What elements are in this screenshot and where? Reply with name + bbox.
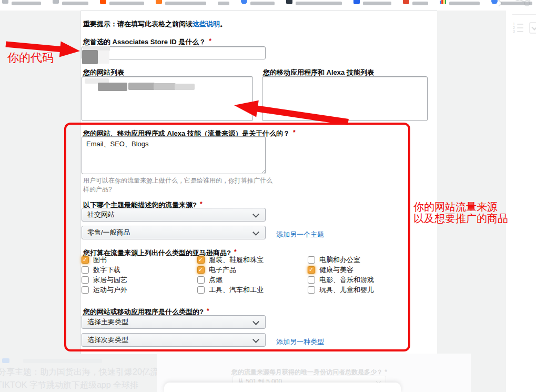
- add-topic-link[interactable]: 添加另一个主题: [276, 230, 324, 239]
- site-type-primary-select[interactable]: 选择主要类型: [82, 315, 266, 329]
- bookmark-item[interactable]: [241, 0, 275, 5]
- faded-background-text: 分享主题：助力国货出海，快速引爆20亿流量！: [0, 367, 176, 378]
- product-checkbox-item: 电影、音乐和游戏: [308, 276, 374, 284]
- product-checkbox-item: 健康与美容: [308, 266, 374, 274]
- checkbox[interactable]: [82, 256, 89, 264]
- page: 1 2 3 重要提示：请在填写此表格之前阅读这些说明。 您首选的 Associa…: [0, 0, 536, 392]
- redacted-blob: [98, 83, 127, 91]
- products-column-2: 服装、鞋履和珠宝 电子产品 点燃 工具、汽车和工业: [197, 256, 264, 294]
- checkbox[interactable]: [197, 276, 205, 284]
- product-checkbox-item: 家居与园艺: [82, 276, 127, 284]
- redacted-blob: [98, 51, 109, 64]
- bookmark-favicon-icon: [440, 0, 446, 4]
- notice-suffix: 。: [220, 20, 227, 28]
- checkbox[interactable]: [197, 256, 205, 264]
- mobile-list-textarea[interactable]: [262, 76, 428, 121]
- bookmark-favicon-icon: [353, 0, 360, 4]
- product-checkbox-item: 点燃: [197, 276, 264, 284]
- chevron-down-icon: [252, 211, 259, 218]
- bookmark-label-blur: [296, 2, 342, 5]
- redacted-blob: [128, 83, 155, 90]
- product-checkbox-item: 电脑和办公室: [308, 256, 374, 264]
- site-type-secondary-select[interactable]: 选择次要类型: [82, 333, 266, 347]
- browser-bookmarks-bar: [0, 0, 536, 11]
- faded-icon-fragment: [2, 358, 9, 363]
- chevron-down-icon: [252, 336, 259, 343]
- bookmark-favicon-icon: [156, 0, 162, 4]
- bookmark-label-blur: [363, 2, 391, 5]
- bookmark-item[interactable]: [218, 0, 229, 5]
- bookmark-favicon-icon: [403, 0, 409, 4]
- products-column-1: 图书 数字下载 家居与园艺 运动与户外: [82, 256, 127, 294]
- product-checkbox-item: 运动与户外: [82, 286, 127, 294]
- bookmark-label-blur: [218, 2, 229, 5]
- product-checkbox-item: 图书: [82, 256, 127, 264]
- required-asterisk: *: [207, 307, 209, 315]
- checkbox[interactable]: [82, 286, 89, 294]
- bookmark-label-blur: [165, 2, 206, 5]
- bookmark-label-blur: [12, 2, 41, 5]
- chevron-down-icon: [252, 229, 259, 236]
- checkbox[interactable]: [197, 266, 205, 274]
- chevron-down-icon: [252, 318, 259, 325]
- required-asterisk: *: [293, 129, 296, 136]
- bookmark-label-blur: [62, 2, 88, 5]
- checkbox[interactable]: [308, 276, 315, 284]
- bookmark-item[interactable]: [156, 0, 206, 5]
- bookmark-label-blur: [449, 2, 480, 5]
- required-asterisk: *: [209, 37, 211, 45]
- bookmark-item[interactable]: [2, 0, 41, 5]
- checkbox[interactable]: [308, 266, 315, 274]
- product-checkbox-item: 工具、汽车和工业: [197, 286, 264, 294]
- important-notice: 重要提示：请在填写此表格之前阅读这些说明。: [83, 19, 227, 29]
- bookmark-item[interactable]: [353, 0, 391, 5]
- bookmark-item[interactable]: [53, 0, 88, 5]
- product-checkbox-item: 服装、鞋履和珠宝: [197, 256, 264, 264]
- bookmark-favicon-icon: [53, 0, 59, 4]
- bottom-card: [164, 383, 401, 392]
- product-checkbox-item: 数字下载: [82, 266, 127, 274]
- bookmark-item[interactable]: [440, 0, 480, 5]
- checkbox-dropdown-icon[interactable]: [529, 22, 536, 34]
- checkbox[interactable]: [82, 266, 89, 274]
- side-toolbar: 1 2 3: [506, 11, 536, 392]
- numbered-list-icon[interactable]: 1 2 3: [513, 22, 523, 33]
- topic-primary-select[interactable]: 社交网站: [82, 208, 266, 222]
- checkbox[interactable]: [82, 276, 89, 284]
- redacted-blob: [154, 83, 176, 90]
- toolbar-divider: [512, 14, 536, 15]
- instructions-link[interactable]: 这些说明: [193, 20, 220, 28]
- bookmark-item[interactable]: [403, 0, 428, 5]
- annotation-your-code: 你的代码: [7, 52, 54, 64]
- bookmark-favicon-icon: [100, 0, 106, 4]
- topic-secondary-select[interactable]: 零售/一般商品: [82, 226, 266, 239]
- products-column-3: 电脑和办公室 健康与美容 电影、音乐和游戏 玩具、儿童和婴儿: [308, 256, 374, 294]
- bookmark-label-blur: [412, 2, 428, 5]
- product-checkbox-item: 电子产品: [197, 266, 264, 274]
- red-arrow-annotation: [3, 39, 83, 61]
- bookmark-label-blur: [250, 2, 275, 5]
- product-checkbox-item: 玩具、儿童和婴儿: [308, 286, 374, 294]
- add-type-link[interactable]: 添加另一种类型: [276, 337, 324, 347]
- required-asterisk: *: [200, 200, 203, 208]
- redacted-blob: [175, 84, 195, 90]
- notice-text: 重要提示：请在填写此表格之前阅读: [83, 20, 193, 28]
- bookmark-item[interactable]: [286, 0, 342, 5]
- about-helper-text: 用户可以在你的流量来源上做什么，它是给谁用的，你打算推广什么样的产品?: [83, 176, 274, 194]
- bookmark-favicon-icon: [2, 0, 8, 4]
- checkbox[interactable]: [197, 286, 205, 294]
- bookmark-favicon-icon: [241, 0, 247, 4]
- faded-background-text: TIKTOK 字节跳动旗下超级app 全球排: [0, 380, 138, 391]
- faded-text-fragment: [23, 359, 102, 363]
- about-textarea[interactable]: Email、SEO、Blogs: [82, 136, 266, 174]
- bookmark-label-blur: [109, 2, 144, 5]
- share-nodes-icon: [494, 0, 534, 9]
- required-asterisk: *: [234, 248, 237, 256]
- checkbox[interactable]: [308, 286, 315, 294]
- bookmark-favicon-icon: [286, 0, 292, 4]
- redacted-blob: [82, 50, 98, 64]
- bookmark-item[interactable]: [100, 0, 144, 5]
- checkbox[interactable]: [308, 256, 315, 264]
